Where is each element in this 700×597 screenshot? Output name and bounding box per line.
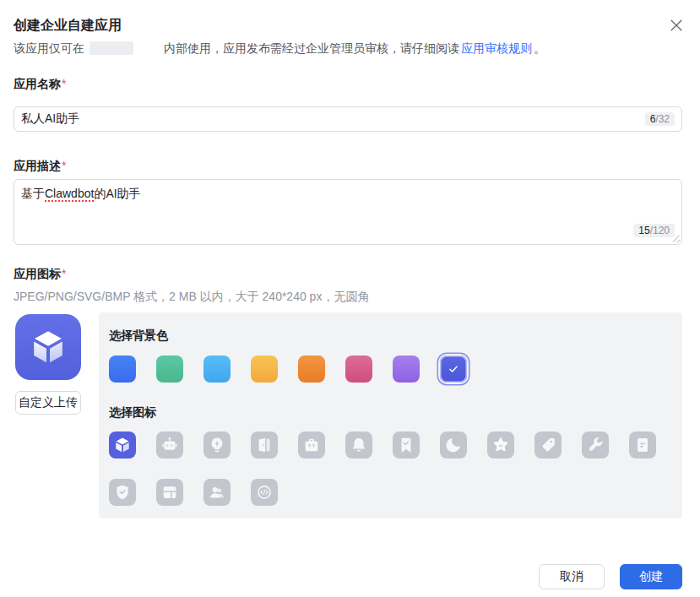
bookmark-check-icon (397, 436, 415, 454)
icon-tile-bulb[interactable] (203, 431, 231, 459)
bulb-icon (208, 436, 226, 454)
app-name-input[interactable]: 私人AI助手 6/32 (14, 106, 682, 132)
color-swatch-rose[interactable] (345, 355, 372, 383)
icon-tile-document[interactable] (629, 431, 656, 459)
icon-tile-wrench[interactable] (582, 431, 609, 459)
icon-format-hint: JPEG/PNG/SVG/BMP 格式，2 MB 以内，大于 240*240 p… (14, 290, 369, 305)
create-button[interactable]: 创建 (620, 564, 682, 589)
color-swatch-sky[interactable] (203, 355, 231, 383)
briefcase-icon (302, 436, 321, 454)
document-icon (633, 436, 652, 454)
icon-tile-moon[interactable] (440, 431, 467, 459)
redacted-org-name (90, 41, 133, 55)
icon-picker-panel: 选择背景色 选择图标 (99, 312, 682, 518)
cube-icon (28, 327, 68, 367)
required-asterisk: * (62, 267, 66, 280)
custom-upload-button[interactable]: 自定义上传 (15, 391, 81, 415)
icon-tile-bookmark-check[interactable] (393, 431, 420, 459)
door-icon (255, 436, 274, 454)
char-counter: 6/32 (645, 112, 675, 126)
icon-tile-users[interactable] (203, 479, 231, 506)
icon-tile-cube[interactable] (109, 431, 136, 459)
app-name-label: 应用名称* (14, 77, 66, 92)
color-swatch-orange[interactable] (298, 355, 325, 383)
icon-tile-door[interactable] (251, 431, 278, 459)
layout-icon (160, 483, 179, 502)
check-icon (447, 362, 460, 376)
cube-icon (113, 436, 132, 454)
icon-tile-star[interactable] (487, 431, 514, 459)
robot-icon (160, 436, 179, 454)
app-icon-preview (15, 314, 81, 380)
resize-handle-icon[interactable] (672, 235, 680, 242)
color-swatch-amber[interactable] (251, 355, 278, 383)
icon-tile-code[interactable] (251, 479, 278, 506)
app-icon-label: 应用图标* (14, 267, 66, 282)
subtitle-suffix: 内部使用，应用发布需经过企业管理员审核，请仔细阅读 (164, 41, 459, 55)
users-icon (208, 483, 226, 502)
code-icon (255, 483, 274, 502)
dialog-title: 创建企业自建应用 (14, 17, 122, 35)
moon-icon (444, 436, 463, 454)
icon-section-title: 选择图标 (109, 405, 156, 421)
close-icon (668, 17, 685, 34)
color-swatch-indigo[interactable] (440, 355, 467, 383)
wrench-icon (586, 436, 605, 454)
review-rules-link[interactable]: 应用审核规则 (461, 41, 532, 55)
icon-tile-layout[interactable] (156, 479, 183, 506)
subtitle-prefix: 该应用仅可在 (14, 41, 84, 55)
shield-check-icon (113, 483, 132, 502)
required-asterisk: * (62, 77, 66, 90)
cancel-button[interactable]: 取消 (539, 564, 605, 589)
app-desc-textarea[interactable]: 基于Clawdbot的AI助手 15/120 (14, 179, 682, 245)
icon-tile-briefcase[interactable] (298, 431, 325, 459)
icon-tile-bell[interactable] (345, 431, 372, 459)
icon-tile-tag[interactable] (534, 431, 562, 459)
bell-icon (350, 436, 368, 454)
color-swatch-blue[interactable] (109, 355, 136, 383)
color-swatch-purple[interactable] (393, 355, 420, 383)
spellcheck-word: Clawdbot (45, 187, 94, 200)
app-desc-label: 应用描述* (14, 159, 66, 174)
tag-icon (539, 436, 557, 454)
star-icon (491, 436, 510, 454)
dialog-subtitle: 该应用仅可在内部使用，应用发布需经过企业管理员审核，请仔细阅读应用审核规则。 (14, 41, 545, 57)
required-asterisk: * (62, 159, 66, 172)
app-name-value: 私人AI助手 (21, 111, 645, 127)
char-counter: 15/120 (633, 224, 675, 237)
create-app-dialog: 创建企业自建应用 该应用仅可在内部使用，应用发布需经过企业管理员审核，请仔细阅读… (0, 0, 700, 597)
background-color-options (109, 355, 467, 383)
close-button[interactable] (666, 15, 686, 35)
color-swatch-green[interactable] (156, 355, 183, 383)
app-desc-value: 基于Clawdbot的AI助手 (21, 187, 141, 200)
icon-tile-shield-check[interactable] (109, 479, 136, 506)
bg-color-section-title: 选择背景色 (109, 328, 168, 344)
icon-options (109, 431, 666, 506)
icon-tile-robot[interactable] (156, 431, 183, 459)
subtitle-period: 。 (534, 41, 545, 55)
